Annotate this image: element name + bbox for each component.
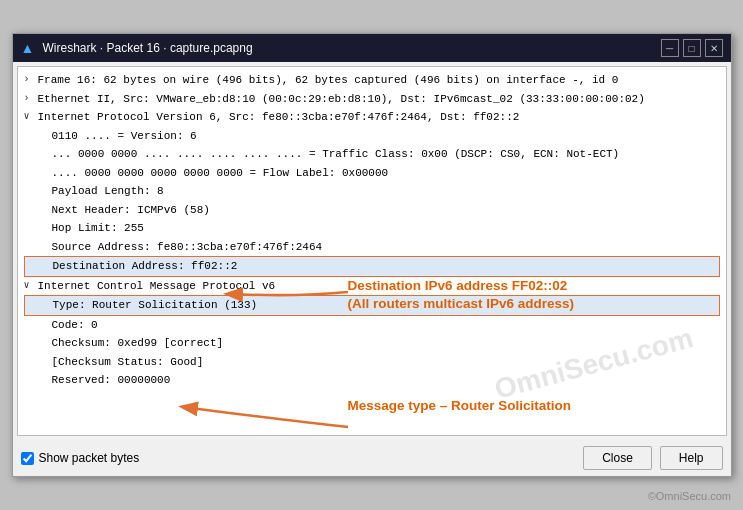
next-header-row: Next Header: ICMPv6 (58) (24, 201, 720, 220)
titlebar-buttons: ─ □ ✕ (661, 39, 723, 57)
version-toggle (38, 128, 52, 143)
footer-buttons: Close Help (583, 446, 722, 470)
next-header-text: Next Header: ICMPv6 (58) (52, 202, 210, 219)
code-row: Code: 0 (24, 316, 720, 335)
dest-annotation-title: Destination IPv6 address FF02::02 (348, 278, 568, 293)
dest-annotation: Destination IPv6 address FF02::02 (All r… (348, 277, 668, 312)
type-text: Type: Router Solicitation (133) (53, 297, 258, 314)
frame-text: Frame 16: 62 bytes on wire (496 bits), 6… (38, 72, 619, 89)
ethernet-toggle[interactable]: › (24, 91, 38, 106)
version-text: 0110 .... = Version: 6 (52, 128, 197, 145)
show-bytes-label: Show packet bytes (39, 451, 140, 465)
checksum-status-text: [Checksum Status: Good] (52, 354, 204, 371)
dst-addr-row[interactable]: Destination Address: ff02::2 (24, 256, 720, 277)
ethernet-row[interactable]: › Ethernet II, Src: VMware_eb:d8:10 (00:… (24, 90, 720, 109)
show-bytes-checkbox-area[interactable]: Show packet bytes (21, 451, 140, 465)
checksum-text: Checksum: 0xed99 [correct] (52, 335, 224, 352)
bottom-watermark: ©OmniSecu.com (648, 490, 731, 502)
dst-addr-text: Destination Address: ff02::2 (53, 258, 238, 275)
main-window: ▲ Wireshark · Packet 16 · capture.pcapng… (12, 33, 732, 477)
reserved-row: Reserved: 00000000 (24, 371, 720, 390)
hop-limit-row: Hop Limit: 255 (24, 219, 720, 238)
minimize-button[interactable]: ─ (661, 39, 679, 57)
footer: Show packet bytes Close Help (13, 440, 731, 476)
hop-limit-text: Hop Limit: 255 (52, 220, 144, 237)
tc-text: ... 0000 0000 .... .... .... .... .... =… (52, 146, 620, 163)
reserved-text: Reserved: 00000000 (52, 372, 171, 389)
ethernet-text: Ethernet II, Src: VMware_eb:d8:10 (00:0c… (38, 91, 645, 108)
dest-annotation-subtitle: (All routers multicast IPv6 address) (348, 296, 575, 311)
tc-toggle (38, 146, 52, 161)
type-annotation-label: Message type – Router Solicitation (348, 398, 572, 413)
payload-len-row: Payload Length: 8 (24, 182, 720, 201)
close-button[interactable]: ✕ (705, 39, 723, 57)
close-button[interactable]: Close (583, 446, 652, 470)
checksum-status-row: [Checksum Status: Good] (24, 353, 720, 372)
code-text: Code: 0 (52, 317, 98, 334)
help-button[interactable]: Help (660, 446, 723, 470)
type-annotation: Message type – Router Solicitation (348, 397, 628, 415)
src-addr-row: Source Address: fe80::3cba:e70f:476f:246… (24, 238, 720, 257)
traffic-class-row: ... 0000 0000 .... .... .... .... .... =… (24, 145, 720, 164)
checksum-row: Checksum: 0xed99 [correct] (24, 334, 720, 353)
frame-toggle[interactable]: › (24, 72, 38, 87)
icmpv6-toggle[interactable]: ∨ (24, 278, 38, 293)
src-addr-text: Source Address: fe80::3cba:e70f:476f:246… (52, 239, 323, 256)
packet-detail-panel: › Frame 16: 62 bytes on wire (496 bits),… (17, 66, 727, 436)
titlebar-left: ▲ Wireshark · Packet 16 · capture.pcapng (21, 40, 253, 56)
window-title: Wireshark · Packet 16 · capture.pcapng (43, 41, 253, 55)
app-icon: ▲ (21, 40, 37, 56)
fl-toggle (38, 165, 52, 180)
version-row: 0110 .... = Version: 6 (24, 127, 720, 146)
ipv6-text: Internet Protocol Version 6, Src: fe80::… (38, 109, 520, 126)
fl-text: .... 0000 0000 0000 0000 0000 = Flow Lab… (52, 165, 389, 182)
frame-row[interactable]: › Frame 16: 62 bytes on wire (496 bits),… (24, 71, 720, 90)
ipv6-row[interactable]: ∨ Internet Protocol Version 6, Src: fe80… (24, 108, 720, 127)
titlebar: ▲ Wireshark · Packet 16 · capture.pcapng… (13, 34, 731, 62)
maximize-button[interactable]: □ (683, 39, 701, 57)
icmpv6-text: Internet Control Message Protocol v6 (38, 278, 276, 295)
show-bytes-checkbox[interactable] (21, 452, 34, 465)
ipv6-toggle[interactable]: ∨ (24, 109, 38, 124)
flow-label-row: .... 0000 0000 0000 0000 0000 = Flow Lab… (24, 164, 720, 183)
payload-len-text: Payload Length: 8 (52, 183, 164, 200)
